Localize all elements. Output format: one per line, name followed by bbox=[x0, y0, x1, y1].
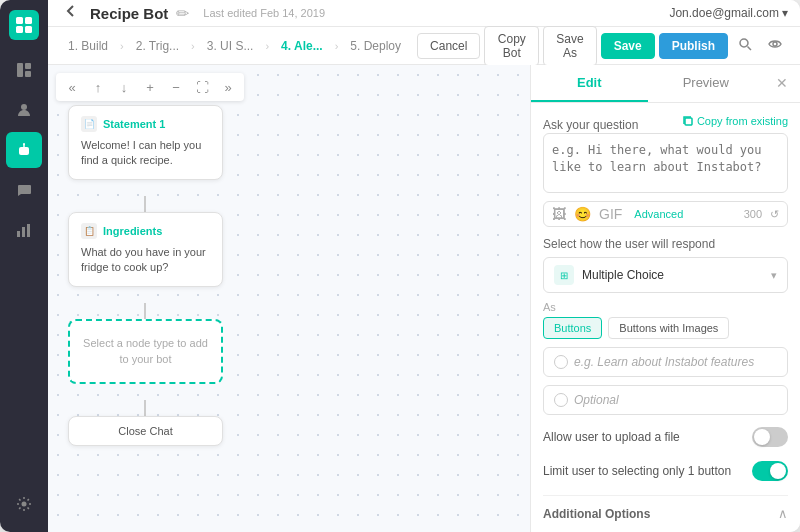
sidebar-item-chart[interactable] bbox=[6, 212, 42, 248]
sidebar bbox=[0, 0, 48, 532]
respond-label: Select how the user will respond bbox=[543, 237, 788, 251]
emoji-icon[interactable]: 😊 bbox=[574, 206, 591, 222]
canvas-collapse-btn[interactable]: « bbox=[60, 75, 84, 99]
option-1-text: e.g. Learn about Instabot features bbox=[574, 355, 754, 369]
additional-options-section: Additional Options ∧ bbox=[543, 495, 788, 521]
sidebar-item-settings[interactable] bbox=[6, 486, 42, 522]
topbar: Recipe Bot ✏ Last edited Feb 14, 2019 Jo… bbox=[48, 0, 800, 27]
toggle-upload-row: Allow user to upload a file bbox=[543, 425, 788, 449]
toggle-limit-switch[interactable] bbox=[752, 461, 788, 481]
canvas[interactable]: « ↑ ↓ + − ⛶ » 📄 Statement 1 Welc bbox=[48, 65, 530, 532]
panel-close-button[interactable]: ✕ bbox=[764, 65, 800, 102]
canvas-zoom-out-btn[interactable]: − bbox=[164, 75, 188, 99]
canvas-fit-btn[interactable]: ⛶ bbox=[190, 75, 214, 99]
sidebar-item-chat[interactable] bbox=[6, 172, 42, 208]
logo[interactable] bbox=[9, 10, 39, 40]
step-1[interactable]: 1. Build bbox=[60, 35, 116, 57]
main-area: Recipe Bot ✏ Last edited Feb 14, 2019 Jo… bbox=[48, 0, 800, 532]
display-type-group: Buttons Buttons with Images bbox=[543, 317, 788, 339]
steps-bar: 1. Build › 2. Trig... › 3. UI S... › 4. … bbox=[48, 27, 800, 65]
option-2-input[interactable]: Optional bbox=[543, 385, 788, 415]
copy-bot-button[interactable]: Copy Bot bbox=[484, 26, 539, 66]
step-3[interactable]: 3. UI S... bbox=[199, 35, 262, 57]
node-ingredients-icon: 📋 bbox=[81, 223, 97, 239]
gif-icon[interactable]: GIF bbox=[599, 206, 622, 222]
sidebar-item-layout[interactable] bbox=[6, 52, 42, 88]
node-placeholder-text: Select a node type to add to your bot bbox=[82, 335, 209, 368]
buttons-images-option[interactable]: Buttons with Images bbox=[608, 317, 729, 339]
svg-rect-4 bbox=[17, 63, 23, 77]
tab-preview[interactable]: Preview bbox=[648, 65, 765, 102]
option-1-input[interactable]: e.g. Learn about Instabot features bbox=[543, 347, 788, 377]
svg-rect-2 bbox=[16, 26, 23, 33]
char-count-icon: ↺ bbox=[770, 208, 779, 221]
toggle-upload-label: Allow user to upload a file bbox=[543, 430, 680, 444]
char-count: 300 bbox=[744, 208, 762, 220]
publish-button[interactable]: Publish bbox=[659, 33, 728, 59]
svg-point-10 bbox=[25, 150, 27, 152]
node-close-chat-text: Close Chat bbox=[81, 425, 210, 437]
last-edited: Last edited Feb 14, 2019 bbox=[203, 7, 325, 19]
step-4[interactable]: 4. Ale... bbox=[273, 35, 331, 57]
back-button[interactable] bbox=[60, 0, 82, 26]
option-2-text: Optional bbox=[574, 393, 619, 407]
additional-options-toggle[interactable]: ∧ bbox=[778, 506, 788, 521]
as-label: As bbox=[543, 301, 788, 313]
save-as-button[interactable]: Save As bbox=[543, 26, 596, 66]
edit-icon[interactable]: ✏ bbox=[176, 4, 189, 23]
node-ingredients[interactable]: 📋 Ingredients What do you have in your f… bbox=[68, 212, 223, 287]
canvas-down-btn[interactable]: ↓ bbox=[112, 75, 136, 99]
sidebar-item-bot[interactable] bbox=[6, 132, 42, 168]
node-ingredients-title: Ingredients bbox=[103, 225, 162, 237]
panel-tabs: Edit Preview ✕ bbox=[531, 65, 800, 103]
flow-connector-1 bbox=[144, 196, 146, 212]
dropdown-icon: ⊞ bbox=[554, 265, 574, 285]
node-statement-icon: 📄 bbox=[81, 116, 97, 132]
step-2[interactable]: 2. Trig... bbox=[128, 35, 187, 57]
toggle-upload-switch[interactable] bbox=[752, 427, 788, 447]
flow-connector-2 bbox=[144, 303, 146, 319]
canvas-toolbar: « ↑ ↓ + − ⛶ » bbox=[56, 73, 244, 101]
advanced-link[interactable]: Advanced bbox=[634, 208, 683, 220]
node-close-chat[interactable]: Close Chat bbox=[68, 416, 223, 446]
canvas-expand-btn[interactable]: » bbox=[216, 75, 240, 99]
node-ingredients-text: What do you have in your fridge to cook … bbox=[81, 245, 210, 276]
respond-dropdown[interactable]: ⊞ Multiple Choice ▾ bbox=[543, 257, 788, 293]
svg-point-9 bbox=[21, 150, 23, 152]
image-icon[interactable]: 🖼 bbox=[552, 206, 566, 222]
flow-connector-3 bbox=[144, 400, 146, 416]
svg-point-19 bbox=[773, 42, 777, 46]
user-email[interactable]: Jon.doe@gmail.com ▾ bbox=[669, 6, 788, 20]
canvas-up-btn[interactable]: ↑ bbox=[86, 75, 110, 99]
eye-button[interactable] bbox=[762, 32, 788, 59]
dropdown-value: Multiple Choice bbox=[582, 268, 763, 282]
svg-rect-0 bbox=[16, 17, 23, 24]
svg-line-18 bbox=[748, 47, 752, 51]
step-5[interactable]: 5. Deploy bbox=[342, 35, 409, 57]
svg-rect-6 bbox=[25, 71, 31, 77]
bot-title: Recipe Bot bbox=[90, 5, 168, 22]
svg-rect-8 bbox=[19, 147, 29, 155]
svg-rect-3 bbox=[25, 26, 32, 33]
svg-rect-15 bbox=[27, 224, 30, 237]
tab-edit[interactable]: Edit bbox=[531, 65, 648, 102]
flow-area: 📄 Statement 1 Welcome! I can help you fi… bbox=[68, 105, 223, 446]
svg-rect-14 bbox=[22, 227, 25, 237]
additional-options-label: Additional Options bbox=[543, 507, 650, 521]
buttons-option[interactable]: Buttons bbox=[543, 317, 602, 339]
toggle-limit-knob bbox=[770, 463, 786, 479]
copy-existing-button[interactable]: Copy from existing bbox=[682, 115, 788, 127]
node-statement[interactable]: 📄 Statement 1 Welcome! I can help you fi… bbox=[68, 105, 223, 180]
cancel-button[interactable]: Cancel bbox=[417, 33, 480, 59]
option-1-radio bbox=[554, 355, 568, 369]
right-panel: Edit Preview ✕ Ask your question Copy fr… bbox=[530, 65, 800, 532]
search-button[interactable] bbox=[732, 32, 758, 59]
svg-rect-1 bbox=[25, 17, 32, 24]
question-textarea[interactable] bbox=[543, 133, 788, 193]
save-button[interactable]: Save bbox=[601, 33, 655, 59]
canvas-zoom-in-btn[interactable]: + bbox=[138, 75, 162, 99]
sidebar-item-user[interactable] bbox=[6, 92, 42, 128]
node-placeholder[interactable]: Select a node type to add to your bot bbox=[68, 319, 223, 384]
toggle-upload-knob bbox=[754, 429, 770, 445]
option-2-radio bbox=[554, 393, 568, 407]
